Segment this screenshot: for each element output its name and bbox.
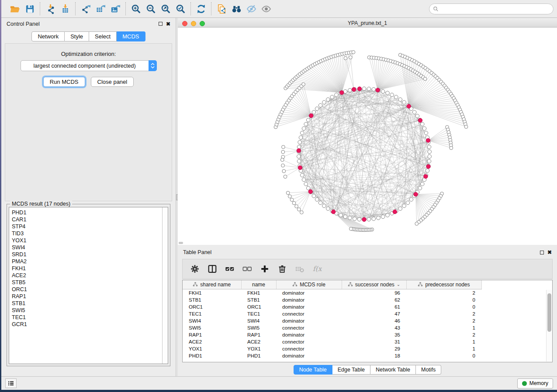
- sort-menu-icon[interactable]: ⌄: [397, 282, 400, 287]
- tab-motifs[interactable]: Motifs: [416, 365, 441, 375]
- column-header-predecessor-nodes[interactable]: predecessor nodes: [406, 280, 481, 289]
- network-window-titlebar[interactable]: YPA_prune.txt_1: [178, 19, 557, 28]
- mcds-list-scrollbar[interactable]: [162, 207, 168, 364]
- name-cell[interactable]: PHD1: [241, 352, 276, 359]
- successor-nodes-cell[interactable]: 43: [342, 324, 406, 331]
- close-panel-icon[interactable]: ✖: [166, 21, 170, 27]
- mcds-role-cell[interactable]: dominator: [276, 289, 342, 296]
- window-minimize-button[interactable]: [191, 21, 196, 26]
- refresh-button[interactable]: [194, 2, 208, 15]
- mcds-result-item[interactable]: ORC1: [12, 286, 162, 293]
- zoom-fit-button[interactable]: [158, 2, 173, 15]
- mcds-result-item[interactable]: YOX1: [12, 237, 162, 244]
- mcds-role-cell[interactable]: connector: [276, 345, 342, 352]
- run-mcds-button[interactable]: Run MCDS: [43, 77, 85, 87]
- predecessor-nodes-cell[interactable]: 1: [406, 324, 481, 331]
- table-row[interactable]: SWI5SWI5connector431: [183, 324, 552, 331]
- network-hscroll-thumb[interactable]: [179, 242, 183, 244]
- float-panel-icon[interactable]: [159, 22, 163, 26]
- mcds-result-item[interactable]: SWI4: [12, 244, 162, 251]
- name-cell[interactable]: YOX1: [241, 345, 276, 352]
- shared-name-cell[interactable]: PHD1: [183, 352, 241, 359]
- window-maximize-button[interactable]: [200, 21, 205, 26]
- optimization-criterion-select[interactable]: largest connected component (undirected): [21, 60, 157, 71]
- name-cell[interactable]: STB1: [241, 296, 276, 303]
- mcds-result-item[interactable]: CAR1: [12, 216, 162, 223]
- mcds-result-item[interactable]: STB5: [12, 279, 162, 286]
- tab-edge-table[interactable]: Edge Table: [332, 365, 370, 375]
- show-all-button[interactable]: [259, 2, 273, 15]
- memory-button[interactable]: Memory: [517, 378, 553, 389]
- shared-name-cell[interactable]: SWI4: [183, 317, 241, 324]
- successor-nodes-cell[interactable]: 96: [342, 289, 406, 296]
- tab-network-table[interactable]: Network Table: [370, 365, 416, 375]
- successor-nodes-cell[interactable]: 18: [342, 352, 406, 359]
- export-network-button[interactable]: [78, 2, 93, 15]
- predecessor-nodes-cell[interactable]: 0: [406, 303, 481, 310]
- mcds-result-item[interactable]: STB1: [12, 300, 162, 307]
- table-row[interactable]: ORC1ORC1dominator610: [183, 303, 552, 310]
- column-header-name[interactable]: name: [241, 280, 276, 289]
- mcds-role-cell[interactable]: dominator: [276, 296, 342, 303]
- successor-nodes-cell[interactable]: 46: [342, 317, 406, 324]
- mcds-result-item[interactable]: RAP1: [12, 293, 162, 300]
- mcds-result-item[interactable]: TEC1: [12, 314, 162, 321]
- mcds-role-cell[interactable]: dominator: [276, 317, 342, 324]
- mcds-result-item[interactable]: SRD1: [12, 251, 162, 258]
- name-cell[interactable]: SWI5: [241, 324, 276, 331]
- mcds-role-cell[interactable]: connector: [276, 310, 342, 317]
- name-cell[interactable]: SWI4: [241, 317, 276, 324]
- select-all-button[interactable]: [222, 261, 238, 276]
- mcds-result-item[interactable]: ACE2: [12, 272, 162, 279]
- mcds-result-item[interactable]: TID3: [12, 230, 162, 237]
- successor-nodes-cell[interactable]: 61: [342, 303, 406, 310]
- predecessor-nodes-cell[interactable]: 2: [406, 331, 481, 338]
- search-box[interactable]: [429, 3, 554, 14]
- shared-name-cell[interactable]: ACE2: [183, 338, 241, 345]
- table-row[interactable]: SWI4SWI4dominator462: [183, 317, 552, 324]
- mcds-result-item[interactable]: PMA2: [12, 258, 162, 265]
- search-input[interactable]: [441, 6, 550, 12]
- mcds-result-item[interactable]: PHD1: [12, 209, 162, 216]
- predecessor-nodes-cell[interactable]: 0: [406, 296, 481, 303]
- zoom-selected-button[interactable]: [173, 2, 188, 15]
- export-image-button[interactable]: [108, 2, 123, 15]
- mcds-result-item[interactable]: GCR1: [12, 321, 162, 328]
- table-scrollbar[interactable]: [546, 290, 552, 361]
- zoom-out-button[interactable]: [143, 2, 158, 15]
- table-row[interactable]: RAP1RAP1dominator352: [183, 331, 552, 338]
- name-cell[interactable]: ORC1: [241, 303, 276, 310]
- shared-name-cell[interactable]: SWI5: [183, 324, 241, 331]
- node-table[interactable]: shared namenameMCDS rolesuccessor nodes⌄…: [183, 280, 552, 359]
- deselect-all-button[interactable]: [239, 261, 255, 276]
- mcds-role-cell[interactable]: dominator: [276, 303, 342, 310]
- add-row-button[interactable]: [257, 261, 273, 276]
- network-canvas[interactable]: [178, 28, 557, 245]
- hide-selected-button[interactable]: [244, 2, 259, 15]
- predecessor-nodes-cell[interactable]: 0: [406, 352, 481, 359]
- export-table-button[interactable]: [93, 2, 108, 15]
- shared-name-cell[interactable]: RAP1: [183, 331, 241, 338]
- name-cell[interactable]: TEC1: [241, 310, 276, 317]
- show-panels-button[interactable]: [5, 378, 17, 388]
- name-cell[interactable]: FKH1: [241, 289, 276, 296]
- table-settings-button[interactable]: [187, 261, 203, 276]
- zoom-in-button[interactable]: [128, 2, 143, 15]
- mcds-result-item[interactable]: STP4: [12, 223, 162, 230]
- network-view[interactable]: [178, 28, 557, 245]
- close-panel-button[interactable]: Close panel: [91, 77, 134, 87]
- import-network-button[interactable]: [43, 2, 58, 15]
- table-row[interactable]: STB1STB1dominator620: [183, 296, 552, 303]
- save-session-button[interactable]: [22, 2, 37, 15]
- successor-nodes-cell[interactable]: 29: [342, 345, 406, 352]
- mcds-result-list[interactable]: PHD1CAR1STP4TID3YOX1SWI4SRD1PMA2FKH1ACE2…: [9, 207, 162, 364]
- tab-select[interactable]: Select: [89, 31, 117, 41]
- table-row[interactable]: PHD1PHD1dominator180: [183, 352, 552, 359]
- table-scrollbar-thumb[interactable]: [547, 293, 551, 332]
- predecessor-nodes-cell[interactable]: 2: [406, 317, 481, 324]
- window-close-button[interactable]: [182, 21, 187, 26]
- shared-name-cell[interactable]: FKH1: [183, 289, 241, 296]
- mcds-role-cell[interactable]: connector: [276, 324, 342, 331]
- predecessor-nodes-cell[interactable]: 1: [406, 338, 481, 345]
- table-close-icon[interactable]: ✖: [547, 250, 552, 255]
